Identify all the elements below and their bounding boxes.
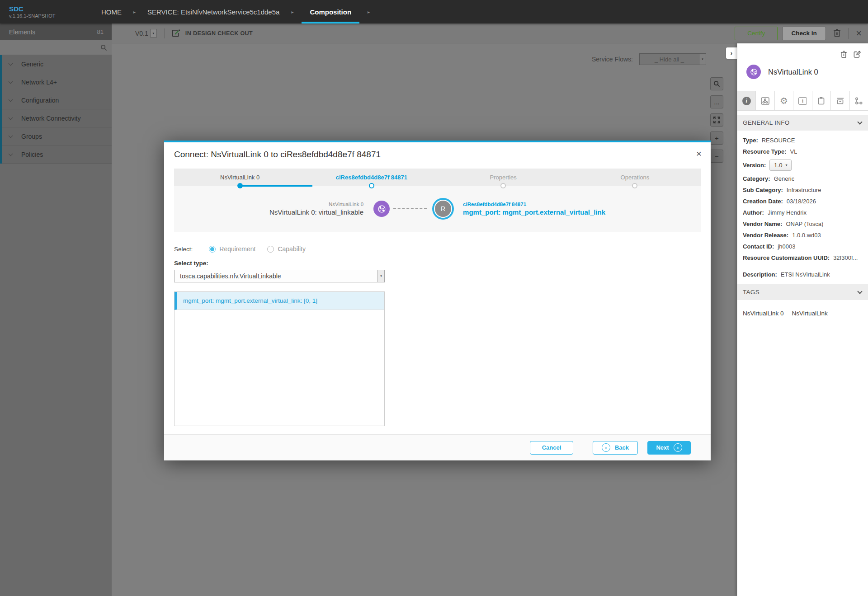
close-composition-button[interactable]: × <box>856 28 862 38</box>
select-label: Select: <box>174 246 193 253</box>
tab-general-info[interactable]: i <box>737 91 756 110</box>
field-label: Creation Date: <box>743 198 783 205</box>
back-arrow-icon: ‹ <box>602 443 610 452</box>
field-label: Sub Category: <box>743 187 783 193</box>
next-button-label: Next <box>656 444 669 451</box>
field-value: 1.0.0.wd03 <box>792 232 821 239</box>
search-input[interactable] <box>5 44 100 51</box>
tab-information-artifacts[interactable]: i <box>793 91 812 110</box>
logo-version: v.1.16.1-SNAPSHOT <box>9 13 77 19</box>
modal-close-button close-icon[interactable]: × <box>696 149 702 158</box>
tags-section-header[interactable]: TAGS <box>737 284 868 300</box>
checkout-pencil-icon <box>171 28 181 38</box>
modal-header: Connect: NsVirtualLink 0 to ciRes8efdbd4… <box>164 142 711 165</box>
zoom-out-button[interactable]: − <box>710 150 723 163</box>
version-select-value: 1.0 <box>774 162 782 169</box>
type-select[interactable]: tosca.capabilities.nfv.VirtualLinkable ▾ <box>174 270 385 282</box>
field-creation-date: Creation Date: 03/18/2026 <box>743 198 863 205</box>
zoom-in-button[interactable]: + <box>710 131 723 145</box>
elements-header: Elements 81 <box>0 23 112 40</box>
breadcrumb: HOME ▸ SERVICE: EtsiNfvNetworkService5c1… <box>98 0 378 23</box>
panel-collapse-button[interactable]: › <box>726 47 737 59</box>
connection-preview: NsVirtualLink 0 NsVirtualLink 0: virtual… <box>174 186 701 232</box>
field-label: Contact ID: <box>743 243 774 250</box>
component-header: NsVirtualLink 0 <box>737 58 868 79</box>
vl-node-icon <box>746 65 761 79</box>
version-dropdown-button[interactable]: ▾ <box>150 29 157 38</box>
radio-capability[interactable]: Capability <box>267 245 305 253</box>
breadcrumb-service[interactable]: SERVICE: EtsiNfvNetworkService5c1dde5a <box>144 0 283 23</box>
chevron-down-icon <box>857 119 862 124</box>
radio-icon <box>209 246 216 253</box>
source-name: NsVirtualLink 0 <box>269 202 363 207</box>
elements-sidebar: Elements 81 Generic Network L4+ Configur… <box>0 23 112 596</box>
connection-dashed-line <box>393 208 427 209</box>
canvas-fit-button[interactable] <box>710 113 723 127</box>
general-info-fields: Type: RESOURCE Resource Type: VL Version… <box>737 131 868 278</box>
select-type-label: Select type: <box>174 260 701 267</box>
breadcrumb-separator-icon: ▸ <box>368 9 370 14</box>
tab-settings[interactable]: ⚙ <box>775 91 793 110</box>
breadcrumb-separator-icon: ▸ <box>291 9 293 14</box>
canvas-search-button[interactable] <box>710 77 723 90</box>
field-label: Category: <box>743 175 770 182</box>
sidebar-item-network-l4[interactable]: Network L4+ <box>0 73 112 91</box>
field-value: VL <box>790 148 797 155</box>
step-dot-done <box>237 183 243 188</box>
sidebar-item-groups[interactable]: Groups <box>0 127 112 145</box>
canvas-zoom-controls: ... + − <box>710 77 723 168</box>
top-header: SDC v.1.16.1-SNAPSHOT HOME ▸ SERVICE: Et… <box>0 0 868 23</box>
cancel-button[interactable]: Cancel <box>530 441 573 455</box>
delete-component-button trash-icon[interactable] <box>840 51 847 58</box>
elements-search[interactable] <box>0 40 112 55</box>
tab-composition-structure[interactable] <box>756 91 774 110</box>
expand-icon <box>713 117 720 123</box>
delete-service-button[interactable] <box>833 29 841 38</box>
target-name: ciRes8efdbd4d8e7f 84871 <box>463 202 605 207</box>
gear-icon: ⚙ <box>780 96 788 105</box>
version-select[interactable]: 1.0 ▾ <box>769 160 792 171</box>
tag-item: NsVirtualLink 0 <box>743 310 784 317</box>
clipboard-icon <box>818 97 825 105</box>
list-item[interactable]: mgmt_port: mgmt_port.external_virtual_li… <box>175 292 384 310</box>
field-label: Type: <box>743 137 758 144</box>
wizard-progress-line <box>240 185 312 187</box>
certify-button[interactable]: Certify <box>735 27 778 40</box>
radio-icon <box>267 246 274 253</box>
search-icon <box>100 44 107 51</box>
active-tab-underline <box>302 22 359 23</box>
general-info-section-header[interactable]: GENERAL INFO <box>737 115 868 131</box>
sidebar-item-network-connectivity[interactable]: Network Connectivity <box>0 109 112 127</box>
next-button[interactable]: Next › <box>647 441 691 455</box>
version-value: V0.1 <box>135 30 148 37</box>
target-node requirement-badge: R <box>435 201 451 217</box>
tab-api-artifacts[interactable] <box>831 91 849 110</box>
archive-icon <box>836 97 844 104</box>
chevron-down-icon <box>9 79 13 84</box>
tab-composition[interactable]: Composition <box>302 0 359 23</box>
sidebar-item-generic[interactable]: Generic <box>0 55 112 73</box>
back-button[interactable]: ‹ Back <box>593 441 638 455</box>
service-flows-select[interactable]: _ Hide all _ ▾ <box>639 53 706 65</box>
step-dot-current <box>369 183 374 188</box>
composition-toolbar: V0.1 ▾ IN DESIGN CHECK OUT Certify Check… <box>112 23 868 43</box>
check-in-button[interactable]: Check in <box>782 27 826 40</box>
back-button-label: Back <box>615 444 629 451</box>
sidebar-item-policies[interactable]: Policies <box>0 145 112 164</box>
canvas-more-button[interactable]: ... <box>710 95 723 108</box>
field-value: RESOURCE <box>762 137 795 144</box>
tab-requirements-capabilities[interactable] <box>850 91 868 110</box>
tab-deployment-artifacts[interactable] <box>812 91 831 110</box>
edit-component-button edit-icon[interactable] <box>854 51 861 58</box>
requirement-list: mgmt_port: mgmt_port.external_virtual_li… <box>174 291 385 426</box>
sidebar-item-configuration[interactable]: Configuration <box>0 91 112 109</box>
breadcrumb-home[interactable]: HOME <box>98 0 125 23</box>
field-value: Jimmy Hendrix <box>768 209 807 216</box>
radio-label: Requirement <box>219 245 255 253</box>
field-label: Description: <box>743 271 777 278</box>
radio-requirement[interactable]: Requirement <box>209 245 255 253</box>
target-capability: mgmt_port: mgmt_port.external_virtual_li… <box>463 208 605 216</box>
radio-label: Capability <box>278 245 305 253</box>
element-categories: Generic Network L4+ Configuration Networ… <box>0 55 112 164</box>
field-value: Infrastructure <box>787 187 821 193</box>
